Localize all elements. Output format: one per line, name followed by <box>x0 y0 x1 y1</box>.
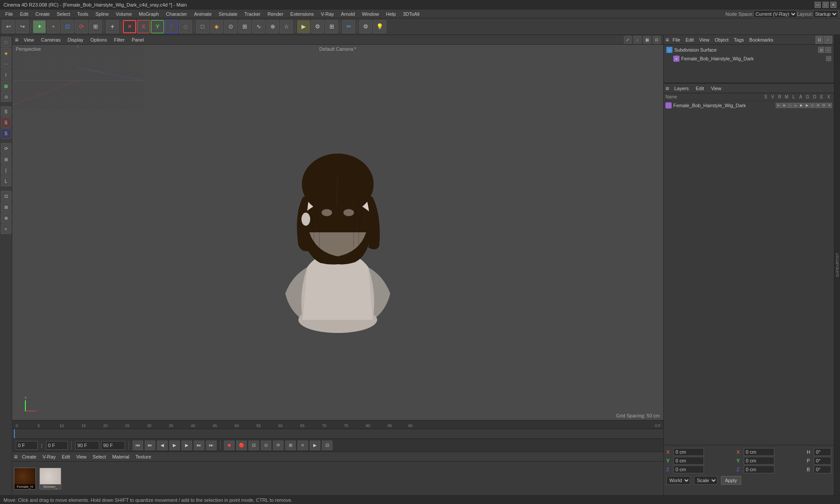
obj-icon-1[interactable]: ⊡ <box>816 36 823 44</box>
menu-spline[interactable]: Spline <box>92 10 112 18</box>
layer-render[interactable]: □ <box>787 103 792 108</box>
rot-key-button[interactable]: ⟳ <box>273 441 284 450</box>
menu-animate[interactable]: Animate <box>190 10 215 18</box>
layers-tab[interactable]: Layers <box>672 85 690 92</box>
scatter-tool[interactable]: ⊞ <box>238 20 251 33</box>
nurbs-mode[interactable]: ⊙ <box>1 91 11 102</box>
hair-model-row[interactable]: ♦ Female_Bob_Hairstyle_Wig_Dark ⋯ <box>665 54 833 63</box>
start-frame-input[interactable] <box>46 441 68 450</box>
tab-display[interactable]: Display <box>66 36 85 43</box>
edge-mode[interactable]: ⌇ <box>1 70 11 80</box>
align-btn[interactable]: ⊡ <box>1 191 11 201</box>
menu-edit[interactable]: Edit <box>17 10 32 18</box>
mat-tab-material[interactable]: Material <box>110 453 131 460</box>
viewport-ctrl-3[interactable]: ▦ <box>643 36 651 44</box>
hair-ctrl-1[interactable]: ⋯ <box>826 56 831 61</box>
end-frame-input[interactable] <box>75 441 99 450</box>
viewport-ctrl-4[interactable]: ⊡ <box>653 36 661 44</box>
spline-btn[interactable]: ≈ <box>1 224 11 234</box>
h-input[interactable] <box>814 448 831 456</box>
menu-character[interactable]: Character <box>162 10 190 18</box>
menu-mograph[interactable]: MoGraph <box>135 10 162 18</box>
layer-anim[interactable]: ▶ <box>804 103 809 108</box>
x-pos-input[interactable] <box>673 448 704 456</box>
render-frame[interactable]: ⊞ <box>325 20 338 33</box>
cube-tool[interactable]: □ <box>196 20 209 33</box>
layer-row-1[interactable]: Female_Bob_Hairstyle_Wig_Dark ⊙ 👁 □ ≡ ▶ … <box>664 101 834 110</box>
menu-extensions[interactable]: Extensions <box>287 10 318 18</box>
next-frame-button[interactable]: ▶ <box>182 441 192 450</box>
pos-key-button[interactable]: ⊙ <box>261 441 271 450</box>
draw-btn[interactable]: | <box>1 165 11 175</box>
menu-tracker[interactable]: Tracker <box>241 10 264 18</box>
menu-3dtoall[interactable]: 3DToAll <box>399 10 423 18</box>
menu-create[interactable]: Create <box>32 10 53 18</box>
menu-tools[interactable]: Tools <box>74 10 92 18</box>
snap-btn[interactable]: ⊗ <box>1 213 11 223</box>
grid-btn[interactable]: ⊞ <box>1 202 11 212</box>
mat-tab-view[interactable]: View <box>74 453 88 460</box>
select-tool[interactable]: ✦ <box>33 20 46 33</box>
scale-mode-select[interactable]: Scale <box>694 476 718 485</box>
layer-manager[interactable]: ≡ <box>793 103 798 108</box>
x-axis[interactable]: X <box>137 20 150 33</box>
world-axis[interactable]: ◇ <box>179 20 192 33</box>
timeline-playhead[interactable] <box>14 429 15 438</box>
obj-tab-edit[interactable]: Edit <box>684 36 696 43</box>
menu-render[interactable]: Render <box>264 10 287 18</box>
mat-tab-create[interactable]: Create <box>20 453 38 460</box>
viewport-ctrl-2[interactable]: ↓ <box>634 36 641 44</box>
model-mode[interactable]: □ <box>1 37 11 47</box>
menu-volume[interactable]: Volume <box>112 10 136 18</box>
obj-tab-view[interactable]: View <box>697 36 711 43</box>
layout-select[interactable]: Startup <box>813 10 838 18</box>
obj-tab-file[interactable]: File <box>671 36 682 43</box>
current-frame-input[interactable] <box>16 441 38 450</box>
prev-keyframe-button[interactable]: ⏭ <box>145 441 155 450</box>
y-pos-input[interactable] <box>673 457 704 465</box>
prev-frame-button[interactable]: ◀ <box>157 441 168 450</box>
maximize-button[interactable]: □ <box>822 2 829 8</box>
menu-vray[interactable]: V-Ray <box>317 10 337 18</box>
obj-menu-icon[interactable]: ≡ <box>665 36 669 43</box>
x-rot-input[interactable] <box>744 448 774 456</box>
goto-start-button[interactable]: ⏮ <box>133 441 143 450</box>
subdivision-surface-row[interactable]: □ Subdivision Surface ⊡ ✓ <box>665 46 833 54</box>
measure-btn[interactable]: L <box>1 176 11 186</box>
mat-tab-texture[interactable]: Texture <box>134 453 153 460</box>
tool-s1[interactable]: S <box>1 106 11 117</box>
key-all-button[interactable]: ⊡ <box>248 441 259 450</box>
layer-lock[interactable]: ▶ <box>798 103 804 108</box>
move-tool[interactable]: + <box>47 20 60 33</box>
menu-arnold[interactable]: Arnold <box>337 10 358 18</box>
redo-button[interactable]: ↪ <box>16 20 29 33</box>
tool-s2[interactable]: S <box>1 117 11 128</box>
render-settings[interactable]: ⚙ <box>311 20 324 33</box>
menu-file[interactable]: File <box>2 10 17 18</box>
scale-tool[interactable]: ⊡ <box>61 20 74 33</box>
material-women[interactable]: Women_ <box>39 468 61 490</box>
deform-tool[interactable]: ∿ <box>252 20 265 33</box>
point-mode[interactable]: ⋯ <box>1 59 11 69</box>
layer-deform[interactable]: ≋ <box>816 103 821 108</box>
material-menu-icon[interactable]: ≡ <box>14 453 18 460</box>
light-tool[interactable]: ◈ <box>210 20 223 33</box>
layer-vis[interactable]: 👁 <box>781 103 787 108</box>
play-button[interactable]: ▶ <box>169 441 180 450</box>
p-input[interactable] <box>814 457 831 465</box>
tab-cameras[interactable]: Cameras <box>39 36 63 43</box>
subdiv-ctrl-1[interactable]: ⊡ <box>818 47 824 53</box>
layer-gen[interactable]: ▷ <box>810 103 815 108</box>
menu-select[interactable]: Select <box>53 10 74 18</box>
scale-key-button[interactable]: ⊞ <box>285 441 296 450</box>
obj-tab-bookmarks[interactable]: Bookmarks <box>748 36 775 43</box>
z-pos-input[interactable] <box>673 466 704 473</box>
layer-exp[interactable]: ⊡ <box>821 103 826 108</box>
tool-s3[interactable]: S <box>1 128 11 139</box>
close-button[interactable]: ✕ <box>830 2 836 8</box>
mat-tab-select[interactable]: Select <box>91 453 108 460</box>
point-key-button[interactable]: ▶ <box>310 441 320 450</box>
new-obj[interactable]: + <box>106 20 119 33</box>
viewport-ctrl-1[interactable]: ⤢ <box>624 36 632 44</box>
menu-window[interactable]: Window <box>358 10 382 18</box>
